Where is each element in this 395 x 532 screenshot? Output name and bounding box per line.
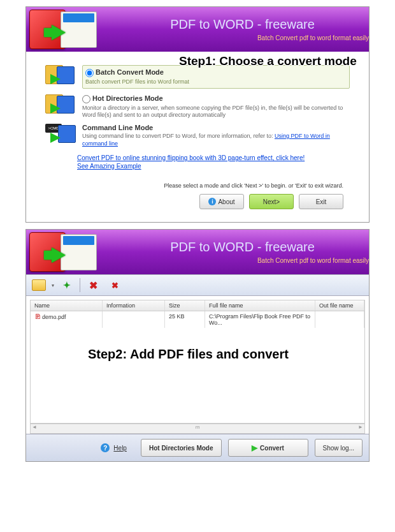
file-grid-header: Name Information Size Full file name Out… [30,300,365,311]
file-info [103,311,165,328]
add-file-button[interactable] [30,277,48,293]
col-size[interactable]: Size [165,300,205,311]
table-row[interactable]: 🖹demo.pdf 25 KB C:\Program Files\Flip Bo… [31,311,364,328]
file-size: 25 KB [165,311,205,328]
batch-mode-radio[interactable] [85,69,94,77]
hot-mode-radio[interactable] [82,95,90,103]
file-out [315,311,364,328]
app-header: PDF to WORD - freeware Batch Convert pdf… [26,7,369,52]
app-subtitle: Batch Convert pdf to word format easily [116,257,369,264]
step2-overlay-label: Step2: Add PDF files and convert [88,346,343,362]
plus-icon: ✦ [63,280,71,290]
mode-selection-panel: Step1: Choose a convert mode Batch Conve… [26,52,369,222]
folder-icon [32,279,46,291]
app-title: PDF to WORD - freeware [116,17,369,32]
mode-desc: Batch convert PDF files into Word format [85,78,347,86]
remove-icon: ✖ [89,279,97,292]
mode-title: Command Line Mode [82,124,350,131]
flipbook-link[interactable]: Convert PDF to online stunning flipping … [77,154,350,161]
add-folder-button[interactable]: ✦ [58,277,76,293]
app-logo [29,7,97,52]
hot-mode-icon [45,94,77,120]
batch-mode-icon [45,65,77,91]
exit-button[interactable]: Exit [299,194,343,209]
main-window-step2: PDF to WORD - freeware Batch Convert pdf… [25,229,370,462]
mode-row-batch[interactable]: Batch Convert Mode Batch convert PDF fil… [45,65,350,91]
hot-directories-button[interactable]: Hot Directories Mode [141,439,222,457]
separator [80,278,80,292]
help-button[interactable]: ?Help [93,440,134,456]
help-icon: ? [101,443,110,452]
pdf-icon: 🖹 [34,313,41,320]
app-logo [29,230,97,274]
mode-desc: Using command line to convert PDF to Wor… [82,133,350,147]
app-header: PDF to WORD - freeware Batch Convert pdf… [26,230,369,274]
file-grid-body[interactable]: 🖹demo.pdf 25 KB C:\Program Files\Flip Bo… [30,311,365,424]
example-link[interactable]: See Amazing Example [77,163,350,170]
info-icon: i [208,198,216,205]
convert-button[interactable]: ▶Convert [228,439,308,457]
wizard-window-step1: PDF to WORD - freeware Batch Convert pdf… [25,6,370,223]
col-full[interactable]: Full file name [205,300,315,311]
toolbar: ▾ ✦ ✖ ✖ [26,274,369,296]
play-icon: ▶ [252,443,257,452]
file-name: demo.pdf [42,314,66,320]
dropdown-icon[interactable]: ▾ [52,283,54,288]
next-button[interactable]: Next> [249,194,294,209]
app-title: PDF to WORD - freeware [116,240,369,255]
show-log-button[interactable]: Show log... [315,439,363,457]
about-button[interactable]: iAbout [199,194,244,209]
file-full: C:\Program Files\Flip Book Free PDF to W… [205,311,315,328]
mode-title: Hot Directories Mode [92,94,163,102]
footer-bar: ?Help Hot Directories Mode ▶Convert Show… [26,434,369,461]
mode-row-cmd[interactable]: >CMD Command Line Mode Using command lin… [45,124,350,149]
cmd-mode-icon: >CMD [45,124,77,149]
col-info[interactable]: Information [103,300,165,311]
remove-all-icon: ✖ [111,281,118,290]
horizontal-scrollbar[interactable]: m [30,424,365,434]
remove-all-button[interactable]: ✖ [106,277,124,293]
mode-desc: Monitor a directory in a server, when so… [82,105,350,119]
remove-button[interactable]: ✖ [84,277,102,293]
mode-row-hot[interactable]: Hot Directories Mode Monitor a directory… [45,94,350,120]
col-out[interactable]: Out file name [315,300,364,311]
app-subtitle: Batch Convert pdf to word format easily [116,34,369,41]
wizard-prompt: Please select a mode and click 'Next >' … [52,182,343,189]
mode-title: Batch Convert Mode [96,68,164,76]
col-name[interactable]: Name [31,300,103,311]
